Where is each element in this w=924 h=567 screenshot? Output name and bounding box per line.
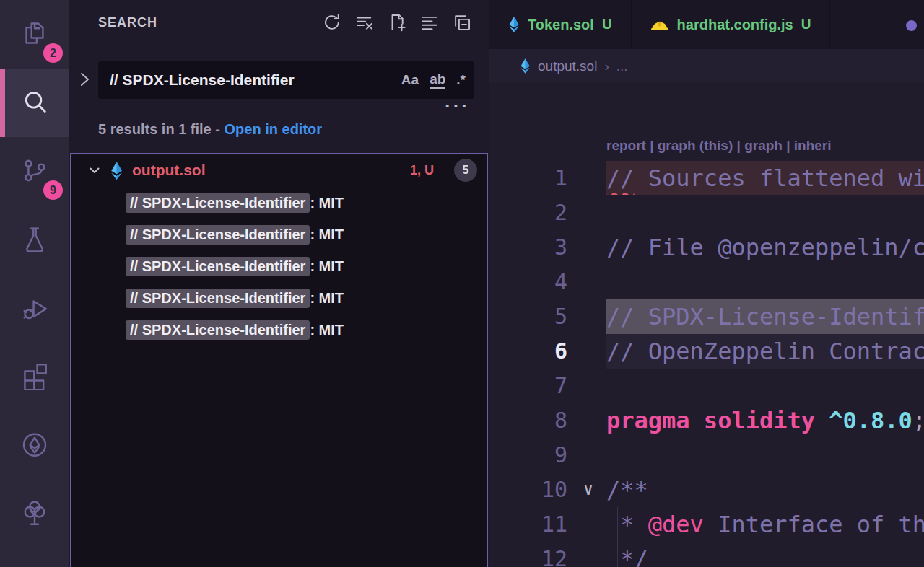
- match-rest: : MIT: [310, 258, 344, 275]
- line-number: 2: [489, 195, 570, 230]
- match-whole-word-icon[interactable]: ab: [430, 71, 445, 89]
- code-line[interactable]: 3// File @openzeppelin/c: [489, 230, 924, 265]
- fold-column: [570, 195, 606, 230]
- token: *: [606, 511, 648, 538]
- activity-item-explorer[interactable]: 2: [0, 0, 69, 69]
- code-line[interactable]: 5// SPDX-License-Identif: [489, 299, 924, 334]
- ethereum-file-icon: [110, 161, 123, 180]
- activity-item-search[interactable]: [0, 69, 69, 137]
- match-highlight: // SPDX-License-Identifier: [126, 225, 310, 245]
- activity-item-source-control[interactable]: 9: [0, 137, 69, 206]
- source-control-badge: 9: [43, 180, 63, 200]
- code-text: // File @openzeppelin/c: [606, 230, 924, 265]
- search-input[interactable]: // SPDX-License-Identifier Aa ab .*: [98, 61, 474, 99]
- match-rest: : MIT: [310, 322, 344, 338]
- code-text: [606, 265, 924, 299]
- search-toolbar: [323, 13, 471, 32]
- match-case-icon[interactable]: Aa: [401, 72, 419, 88]
- extensions-icon: [20, 361, 49, 393]
- collapse-all-icon[interactable]: [453, 13, 471, 32]
- code-text: pragma solidity ^0.8.0;: [606, 403, 924, 438]
- code-line[interactable]: 2: [489, 195, 924, 230]
- fold-column: [570, 403, 606, 438]
- breadcrumb-more[interactable]: ...: [616, 58, 628, 74]
- code-text: /**: [606, 472, 924, 507]
- indent-guide: [617, 542, 618, 567]
- toggle-replace-chevron-icon[interactable]: [75, 70, 94, 89]
- activity-item-audit-tree[interactable]: [0, 480, 69, 548]
- activity-item-solidity-ethereum[interactable]: [0, 411, 69, 480]
- line-number: 8: [489, 403, 570, 438]
- results-separator: -: [212, 121, 225, 137]
- fold-column: [570, 369, 606, 403]
- tab-token-sol[interactable]: Token.sol U: [489, 0, 632, 49]
- toggle-search-details-icon[interactable]: ···: [445, 95, 470, 118]
- search-results-tree: output.sol 1, U 5 // SPDX-License-Identi…: [70, 153, 488, 567]
- tab-git-decoration: U: [602, 17, 612, 32]
- code-text: [606, 438, 924, 472]
- line-number: 5: [489, 299, 570, 334]
- open-in-editor-link[interactable]: Open in editor: [225, 121, 323, 137]
- code-line[interactable]: 7: [489, 369, 924, 403]
- match-highlight: // SPDX-License-Identifier: [126, 289, 310, 308]
- fold-column: [570, 438, 606, 472]
- search-match-row[interactable]: // SPDX-License-Identifier: MIT: [71, 219, 487, 250]
- ethereum-file-icon: [520, 58, 531, 74]
- search-match-row[interactable]: // SPDX-License-Identifier: MIT: [71, 187, 487, 219]
- code-line[interactable]: 9: [489, 438, 924, 472]
- search-match-row[interactable]: // SPDX-License-Identifier: MIT: [71, 250, 487, 282]
- search-input-row: // SPDX-License-Identifier Aa ab .*: [69, 61, 489, 99]
- activity-item-run-debug[interactable]: [0, 274, 69, 343]
- match-count-badge: 5: [454, 159, 477, 182]
- result-file-row[interactable]: output.sol 1, U 5: [71, 154, 487, 187]
- line-number: 10: [489, 472, 570, 507]
- modified-dot-icon[interactable]: [906, 20, 917, 31]
- token: // OpenZeppelin Contrac: [606, 338, 924, 365]
- tree-check-icon: [20, 498, 49, 530]
- token: ^0.8.0: [829, 407, 912, 434]
- ethereum-file-icon: [508, 16, 520, 33]
- breadcrumb-file[interactable]: output.sol: [538, 58, 597, 74]
- source-control-icon: [20, 156, 49, 188]
- expand-all-icon[interactable]: [420, 13, 439, 32]
- code-line[interactable]: 11 * @dev Interface of th: [489, 507, 924, 542]
- results-count-text: 5 results in 1 file: [98, 121, 212, 137]
- code-line[interactable]: 6// OpenZeppelin Contrac: [489, 334, 924, 369]
- match-rest: : MIT: [310, 195, 344, 211]
- search-query-text[interactable]: // SPDX-License-Identifier: [110, 71, 391, 89]
- code-line[interactable]: 4: [489, 265, 924, 299]
- clear-search-results-icon[interactable]: [355, 13, 374, 32]
- code-line[interactable]: 1// Sources flattened wi: [489, 161, 924, 195]
- activity-bar: 2 9: [0, 0, 69, 567]
- line-number: 6: [489, 334, 570, 369]
- token: Sources flattened wi: [635, 164, 924, 192]
- tab-git-decoration: U: [801, 17, 811, 32]
- code-text: [606, 369, 924, 403]
- new-search-editor-icon[interactable]: [388, 13, 406, 32]
- fold-column: [570, 265, 606, 299]
- code-line[interactable]: 12 */: [489, 542, 924, 567]
- line-number: 9: [489, 438, 570, 472]
- debug-icon: [20, 293, 49, 325]
- search-match-row[interactable]: // SPDX-License-Identifier: MIT: [71, 314, 487, 346]
- line-number: 4: [489, 265, 570, 299]
- code-line[interactable]: 8pragma solidity ^0.8.0;: [489, 403, 924, 438]
- tab-label: hardhat.config.js: [677, 17, 793, 33]
- code-area: report | graph (this) | graph | inheri 1…: [489, 83, 924, 567]
- codelens-links[interactable]: report | graph (this) | graph | inheri: [489, 131, 924, 161]
- tab-hardhat-config[interactable]: hardhat.config.js U: [632, 0, 831, 49]
- activity-item-extensions[interactable]: [0, 343, 69, 411]
- match-highlight: // SPDX-License-Identifier: [126, 320, 310, 340]
- line-number: 11: [489, 507, 570, 542]
- use-regex-icon[interactable]: .*: [456, 72, 466, 88]
- breadcrumb: output.sol › ...: [489, 49, 924, 83]
- token: /**: [606, 476, 648, 504]
- chevron-down-icon[interactable]: [88, 164, 101, 177]
- code-line[interactable]: 10∨/**: [489, 472, 924, 507]
- search-match-row[interactable]: // SPDX-License-Identifier: MIT: [71, 282, 487, 314]
- flask-icon: [20, 224, 49, 256]
- line-number: 1: [489, 161, 570, 195]
- activity-item-test-flask[interactable]: [0, 206, 69, 274]
- fold-chevron-icon[interactable]: ∨: [570, 472, 606, 507]
- refresh-icon[interactable]: [323, 13, 341, 32]
